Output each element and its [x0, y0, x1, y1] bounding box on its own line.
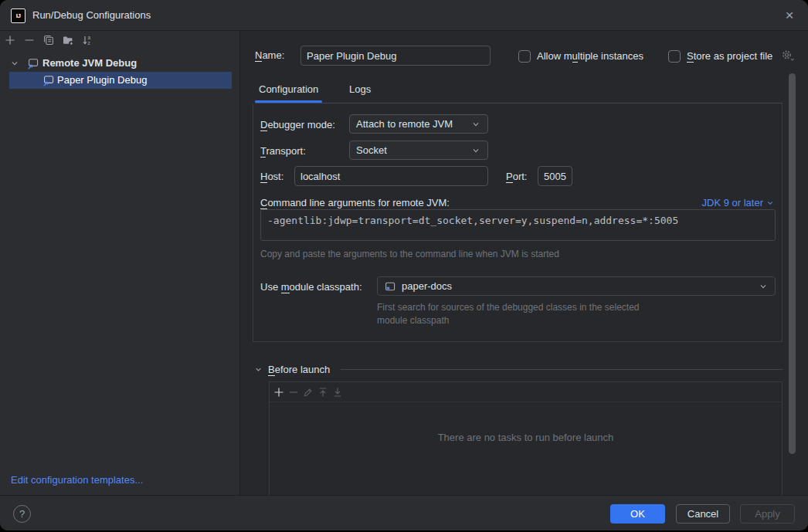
- store-as-project-file-checkbox[interactable]: [668, 50, 681, 63]
- sidebar-toolbar: a z: [4, 34, 93, 46]
- remote-debug-config-icon: [27, 57, 39, 69]
- transport-select[interactable]: Socket: [349, 141, 488, 160]
- cancel-button[interactable]: Cancel: [676, 504, 730, 524]
- cmdline-hint: Copy and paste the arguments to the comm…: [260, 248, 559, 261]
- add-icon[interactable]: [273, 386, 285, 398]
- intellij-logo-icon: IJ: [11, 8, 25, 23]
- ok-button[interactable]: OK: [610, 504, 665, 524]
- cmdline-args-textarea[interactable]: -agentlib:jdwp=transport=dt_socket,serve…: [260, 209, 776, 241]
- chevron-down-icon: [758, 281, 769, 292]
- tree-item-label: Paper Plugin Debug: [57, 74, 147, 86]
- module-classpath-select[interactable]: paper-docs: [377, 276, 776, 296]
- copy-icon[interactable]: [42, 34, 55, 46]
- allow-multiple-instances-checkbox[interactable]: [518, 50, 531, 63]
- debugger-mode-select[interactable]: Attach to remote JVM: [349, 114, 488, 134]
- before-launch-tasks-panel: There are no tasks to run before launch: [269, 381, 783, 495]
- chevron-down-icon[interactable]: [253, 364, 263, 374]
- module-classpath-label: Use module classpath:: [260, 281, 362, 293]
- remove-icon[interactable]: [23, 34, 36, 46]
- before-launch-rule: [341, 369, 783, 370]
- tree-item-label: Remote JVM Debug: [42, 57, 137, 69]
- title-bar: IJ Run/Debug Configurations ×: [0, 0, 808, 31]
- before-launch-toolbar: [270, 382, 782, 402]
- name-label: Name:: [255, 49, 284, 61]
- port-label: Port:: [506, 171, 527, 182]
- add-icon[interactable]: [4, 34, 16, 46]
- tab-logs[interactable]: Logs: [345, 77, 375, 101]
- tree-item-remote-jvm-debug[interactable]: Remote JVM Debug: [0, 55, 240, 72]
- transport-label: Transport:: [260, 145, 306, 157]
- tree-item-paper-plugin-debug[interactable]: Paper Plugin Debug: [9, 72, 232, 89]
- module-icon: [384, 280, 396, 293]
- before-launch-label[interactable]: Before launch: [268, 364, 330, 375]
- port-input[interactable]: [538, 166, 572, 186]
- svg-text:z: z: [88, 40, 90, 46]
- store-options-gear-icon[interactable]: [780, 49, 796, 63]
- close-icon[interactable]: ×: [780, 6, 799, 25]
- debugger-mode-value: Attach to remote JVM: [356, 118, 453, 130]
- host-input[interactable]: [294, 166, 488, 186]
- sort-alpha-icon[interactable]: a z: [81, 34, 93, 46]
- debugger-mode-label: Debugger mode:: [260, 119, 335, 130]
- chevron-down-icon: [470, 119, 481, 130]
- store-as-project-file-label[interactable]: Store as project file: [687, 50, 772, 62]
- help-button[interactable]: ?: [13, 505, 31, 523]
- module-classpath-hint: First search for sources of the debugged…: [377, 301, 671, 327]
- run-debug-configurations-dialog: IJ Run/Debug Configurations ×: [0, 0, 808, 530]
- new-folder-icon[interactable]: [62, 34, 74, 46]
- jdk-version-selector[interactable]: JDK 9 or later: [702, 197, 775, 208]
- tab-configuration[interactable]: Configuration: [255, 77, 322, 101]
- name-input[interactable]: [300, 46, 491, 66]
- cmdline-args-label: Command line arguments for remote JVM:: [260, 197, 450, 208]
- chevron-down-icon[interactable]: [9, 58, 20, 69]
- remote-debug-config-icon: [42, 74, 55, 86]
- tab-strip: Configuration Logs: [255, 77, 783, 103]
- remove-icon[interactable]: [287, 386, 300, 398]
- host-label: Host:: [260, 171, 283, 182]
- edit-configuration-templates-link[interactable]: Edit configuration templates...: [11, 474, 143, 486]
- vertical-scrollbar-thumb[interactable]: [789, 73, 796, 454]
- chevron-down-icon: [766, 198, 775, 208]
- jdk-version-value: JDK 9 or later: [702, 197, 763, 208]
- chevron-down-icon: [470, 145, 481, 156]
- allow-multiple-instances-label[interactable]: Allow multiple instances: [537, 50, 643, 62]
- module-classpath-value: paper-docs: [402, 280, 452, 292]
- transport-value: Socket: [356, 144, 387, 156]
- move-down-icon[interactable]: [331, 386, 344, 398]
- configurations-sidebar: [0, 31, 240, 495]
- dialog-title: Run/Debug Configurations: [32, 9, 151, 21]
- before-launch-empty-text: There are no tasks to run before launch: [270, 432, 782, 443]
- apply-button[interactable]: Apply: [740, 504, 795, 524]
- move-up-icon[interactable]: [317, 386, 329, 398]
- edit-icon[interactable]: [302, 386, 314, 398]
